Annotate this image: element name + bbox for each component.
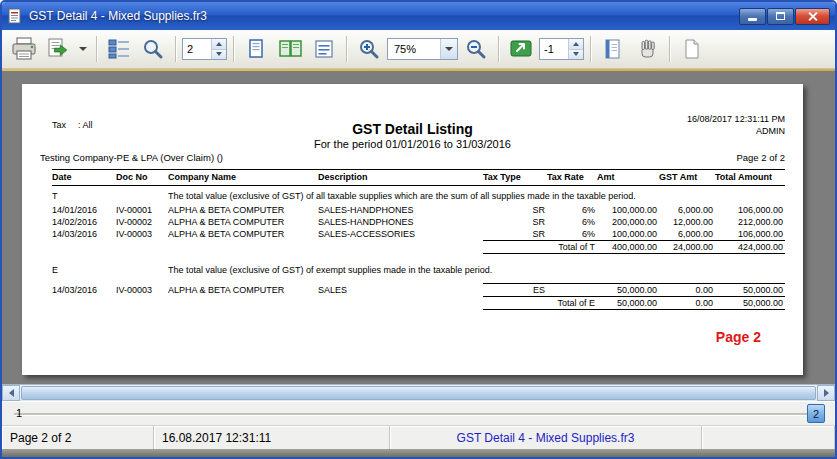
col-gst-amt: GST Amt <box>659 170 715 186</box>
status-page-text: Page 2 of 2 <box>10 431 71 445</box>
table-row: 14/03/2016 IV-00003 ALPHA & BETA COMPUTE… <box>52 228 785 241</box>
col-doc-no: Doc No <box>116 170 168 186</box>
separator <box>590 36 591 62</box>
cell-total: 50,000.00 <box>715 284 785 297</box>
arrow-down-icon <box>573 52 579 56</box>
cell-doc-no: IV-00003 <box>116 228 168 241</box>
status-datetime-panel: 16.08.2017 12:31:11 <box>154 426 390 449</box>
total-label: Total of E <box>483 297 597 310</box>
scroll-right-button[interactable] <box>817 385 835 401</box>
arrow-left-icon <box>9 389 14 397</box>
cell-tax-rate <box>547 284 597 297</box>
table-header-row: Date Doc No Company Name Description Tax… <box>52 170 785 186</box>
two-page-view-button[interactable] <box>274 33 306 65</box>
titlebar: GST Detail 4 - Mixed Supplies.fr3 <box>2 2 835 30</box>
window-controls <box>739 8 830 25</box>
offset-input[interactable] <box>540 39 568 59</box>
report-title: GST Detail Listing <box>22 121 803 137</box>
spin-up-button[interactable] <box>569 39 583 50</box>
total-total: 50,000.00 <box>715 297 785 310</box>
company-name: Testing Company-PE & LPA (Over Claim) () <box>40 152 223 163</box>
section-description: The total value (exclusive of GST) of al… <box>168 186 785 205</box>
outline-icon <box>107 38 131 60</box>
table-row: 14/01/2016 IV-00001 ALPHA & BETA COMPUTE… <box>52 204 785 216</box>
page-width-view-button[interactable] <box>308 33 340 65</box>
page-setup-button[interactable] <box>597 33 629 65</box>
window-bottom-frame <box>2 449 835 457</box>
single-page-icon <box>245 38 267 60</box>
zoom-input[interactable] <box>388 39 440 59</box>
export-button[interactable] <box>42 33 74 65</box>
col-date: Date <box>52 170 116 186</box>
fullscreen-button[interactable] <box>505 33 537 65</box>
col-company: Company Name <box>168 170 318 186</box>
report-preview-window: GST Detail 4 - Mixed Supplies.fr3 <box>0 0 837 459</box>
cell-description: SALES <box>318 284 483 297</box>
table-row: 14/03/2016 IV-00003 ALPHA & BETA COMPUTE… <box>52 284 785 297</box>
close-button[interactable] <box>795 8 830 25</box>
spin-up-button[interactable] <box>212 39 226 50</box>
new-page-button[interactable] <box>676 33 708 65</box>
export-icon <box>46 37 70 61</box>
cell-date: 14/02/2016 <box>52 216 116 228</box>
print-button[interactable] <box>8 33 40 65</box>
maximize-button[interactable] <box>767 8 794 25</box>
close-icon <box>807 11 818 22</box>
statusbar: Page 2 of 2 16.08.2017 12:31:11 GST Deta… <box>2 425 835 449</box>
section-code: E <box>52 260 168 278</box>
export-options-button[interactable] <box>76 33 90 65</box>
minimize-button[interactable] <box>739 8 766 25</box>
section-code: T <box>52 186 168 205</box>
cell-total: 212,000.00 <box>715 216 785 228</box>
cell-amt: 200,000.00 <box>597 216 659 228</box>
arrow-up-icon <box>216 42 222 46</box>
cell-gst-amt: 6,000.00 <box>659 204 715 216</box>
col-tax-rate: Tax Rate <box>547 170 597 186</box>
find-button[interactable] <box>137 33 169 65</box>
cell-amt: 100,000.00 <box>597 204 659 216</box>
trackbar-thumb-label: 2 <box>813 408 819 420</box>
single-page-view-button[interactable] <box>240 33 272 65</box>
page-setup-icon <box>602 38 624 60</box>
cell-description: SALES-HANDPHONES <box>318 204 483 216</box>
trackbar-thumb[interactable]: 2 <box>807 404 825 423</box>
status-filename-text: GST Detail 4 - Mixed Supplies.fr3 <box>457 431 635 445</box>
cell-gst-amt: 0.00 <box>659 284 715 297</box>
report-page-label: Page 2 of 2 <box>736 152 785 163</box>
section-header-row: E The total value (exclusive of GST) of … <box>52 260 785 278</box>
empty-cell <box>52 241 483 254</box>
spin-down-button[interactable] <box>212 50 226 60</box>
page-trackbar[interactable]: 1 2 <box>2 401 835 425</box>
cell-description: SALES-ACCESSORIES <box>318 228 483 241</box>
spin-down-button[interactable] <box>569 50 583 60</box>
hand-icon <box>635 38 659 60</box>
trackbar-tick-1: 1 <box>16 407 22 419</box>
col-description: Description <box>318 170 483 186</box>
preview-toolbar <box>2 30 835 69</box>
cell-total: 106,000.00 <box>715 204 785 216</box>
separator <box>233 36 234 62</box>
cell-gst-amt: 6,000.00 <box>659 228 715 241</box>
cell-tax-type: SR <box>483 204 547 216</box>
status-datetime-text: 16.08.2017 12:31:11 <box>162 431 271 445</box>
table-row: 14/02/2016 IV-00002 ALPHA & BETA COMPUTE… <box>52 216 785 228</box>
scroll-left-button[interactable] <box>2 385 20 401</box>
zoom-dropdown-button[interactable] <box>440 39 457 59</box>
zoom-in-icon <box>357 38 381 60</box>
page-number-input[interactable] <box>183 39 211 59</box>
report-user: ADMIN <box>756 126 785 136</box>
total-amt: 50,000.00 <box>597 297 659 310</box>
outline-button[interactable] <box>103 33 135 65</box>
scrollbar-thumb[interactable] <box>21 386 816 400</box>
window-title: GST Detail 4 - Mixed Supplies.fr3 <box>29 9 733 23</box>
cell-tax-type: SR <box>483 216 547 228</box>
hand-tool-button[interactable] <box>631 33 663 65</box>
report-table: Date Doc No Company Name Description Tax… <box>52 169 785 310</box>
chevron-down-icon <box>79 47 87 51</box>
report-page: Tax: All GST Detail Listing For the peri… <box>22 84 803 375</box>
separator <box>669 36 670 62</box>
zoom-in-button[interactable] <box>353 33 385 65</box>
zoom-out-button[interactable] <box>460 33 492 65</box>
cell-amt: 50,000.00 <box>597 284 659 297</box>
cell-date: 14/01/2016 <box>52 204 116 216</box>
